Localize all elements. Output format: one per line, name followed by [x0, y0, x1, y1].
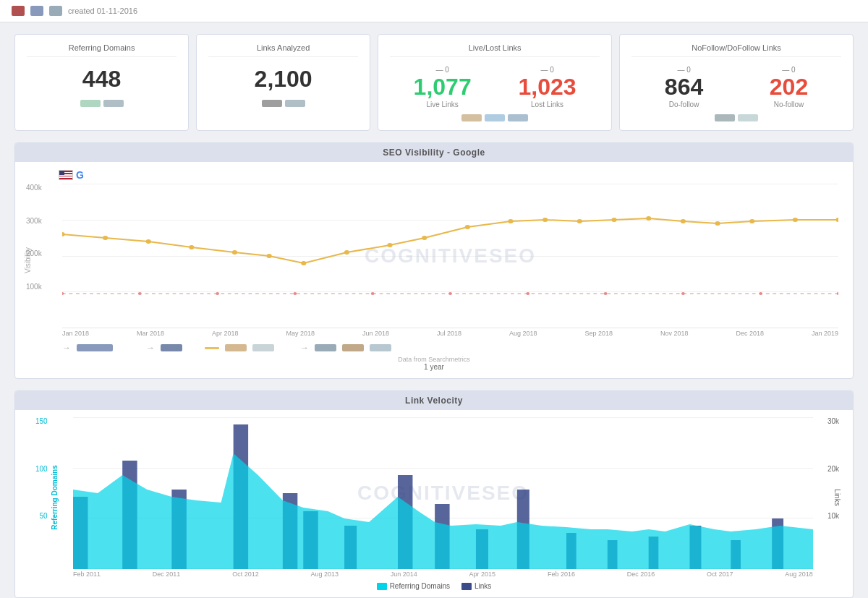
svg-point-25: [294, 292, 297, 295]
lv-legend: Referring Domains Links: [22, 582, 846, 590]
x-aug13: Aug 2013: [310, 571, 339, 578]
link-velocity-panel: Link Velocity Referring Domains Links 15…: [14, 390, 854, 598]
svg-point-5: [232, 250, 237, 255]
svg-point-26: [371, 292, 375, 295]
live-lost-title: Live/Lost Links: [390, 43, 600, 57]
seo-chart-svg-wrapper: COGNITIVESEO: [62, 184, 838, 328]
legend-swatch-1: [77, 344, 113, 351]
y-label-300k: 300k: [26, 217, 42, 225]
arrow-left-icon-3: →: [300, 343, 309, 353]
nofollow-label: No-follow: [770, 101, 808, 108]
seo-line-chart: [62, 184, 838, 328]
lv-domains-color: [377, 583, 387, 590]
swatch-nf-2: [738, 114, 758, 121]
legend-swatch-5: [315, 344, 336, 351]
time-range-label: 1 year: [22, 363, 846, 371]
y-label-400k: 400k: [26, 184, 42, 192]
svg-point-27: [448, 292, 452, 295]
svg-point-12: [508, 219, 513, 223]
x-label-apr18: Apr 2018: [212, 330, 239, 337]
nofollow-inner: — 0 864 Do-follow — 0 202 No-follow: [631, 66, 841, 108]
lost-delta: — 0: [519, 66, 576, 74]
lv-y-150: 150: [35, 417, 48, 425]
svg-point-14: [577, 219, 582, 223]
svg-point-1: [62, 232, 65, 236]
lv-x-axis: Feb 2011 Dec 2011 Oct 2012 Aug 2013 Jun …: [73, 571, 813, 578]
live-lost-swatches: [390, 114, 600, 121]
swatch-rd-2: [103, 100, 124, 107]
referring-domains-swatches: [27, 100, 176, 107]
y-label-200k: 200k: [26, 249, 42, 257]
svg-point-20: [793, 218, 798, 222]
lv-svg-chart: [73, 417, 813, 569]
links-analyzed-value: 2,100: [208, 66, 358, 93]
svg-point-10: [422, 236, 427, 240]
links-analyzed-card: Links Analyzed 2,100: [196, 34, 370, 131]
svg-point-18: [715, 221, 720, 226]
svg-point-21: [835, 218, 838, 222]
nofollow-section: — 0 202 No-follow: [770, 66, 808, 108]
x-label-jul18: Jul 2018: [437, 330, 461, 337]
x-oct12: Oct 2012: [232, 571, 259, 578]
svg-point-30: [681, 292, 685, 295]
svg-point-15: [611, 218, 616, 222]
nofollow-value: 202: [770, 74, 808, 101]
x-feb11: Feb 2011: [73, 571, 101, 578]
lost-label: Lost Links: [519, 101, 576, 108]
lv-y-axis-left: 150 100 50: [35, 417, 48, 560]
lv-yr-30k: 30k: [827, 417, 839, 425]
nofollow-title: NoFollow/DoFollow Links: [631, 43, 841, 57]
links-analyzed-swatches: [208, 100, 358, 107]
legend-swatch-3: [225, 344, 247, 351]
lv-links-label: Links: [475, 582, 491, 590]
arrow-left-icon: →: [62, 343, 71, 353]
main-content: Referring Domains 448 Links Analyzed 2,1…: [0, 22, 868, 598]
x-jun14: Jun 2014: [391, 571, 417, 578]
svg-point-24: [216, 292, 219, 295]
svg-point-19: [749, 219, 754, 223]
swatch-ll-3: [508, 114, 528, 121]
swatch-rd-1: [80, 100, 101, 107]
lv-y-100: 100: [35, 465, 48, 473]
svg-point-13: [542, 218, 548, 222]
svg-point-31: [759, 292, 762, 295]
swatch-la-1: [262, 100, 282, 107]
nofollow-delta: — 0: [770, 66, 808, 74]
lv-y-label-left: Referring Domains: [51, 465, 59, 529]
x-apr15: Apr 2015: [469, 571, 496, 578]
live-lost-card: Live/Lost Links — 0 1,077 Live Links — 0…: [378, 34, 612, 131]
live-delta: — 0: [414, 66, 472, 74]
x-label-nov18: Nov 2018: [660, 330, 689, 337]
svg-point-3: [146, 239, 151, 244]
swatch-ll-2: [485, 114, 505, 121]
x-label-jan19: Jan 2019: [812, 330, 838, 337]
x-label-dec18: Dec 2018: [736, 330, 764, 337]
svg-point-28: [526, 292, 529, 295]
seo-visibility-panel: SEO Visibility - Google G Visibility 400…: [14, 142, 854, 379]
google-icon: G: [76, 169, 84, 181]
swatch-la-2: [285, 100, 305, 107]
lost-value: 1,023: [519, 74, 576, 101]
stats-row: Referring Domains 448 Links Analyzed 2,1…: [14, 34, 854, 131]
y-label-100k: 100k: [26, 283, 42, 291]
swatch-2: [30, 6, 43, 16]
legend-line-gold: [205, 347, 219, 349]
lv-yr-20k: 20k: [827, 465, 839, 473]
live-section: — 0 1,077 Live Links: [414, 66, 472, 108]
seo-chart-footer: Data from Searchmetrics 1 year: [22, 356, 846, 371]
lv-domains-label: Referring Domains: [390, 582, 450, 590]
legend-swatch-2: [161, 344, 182, 351]
data-source-label: Data from Searchmetrics: [22, 356, 846, 363]
x-aug18: Aug 2018: [785, 571, 813, 578]
svg-point-17: [681, 219, 686, 223]
nofollow-swatches: [631, 114, 841, 121]
svg-point-16: [646, 216, 651, 221]
top-bar: created 01-11-2016: [0, 0, 868, 22]
x-label-jun18: Jun 2018: [362, 330, 389, 337]
dofollow-delta: — 0: [665, 66, 703, 74]
dofollow-value: 864: [665, 74, 703, 101]
x-feb16: Feb 2016: [548, 571, 575, 578]
x-label-jan18: Jan 2018: [62, 330, 89, 337]
x-label-sep18: Sep 2018: [584, 330, 613, 337]
legend-swatch-4: [252, 344, 274, 351]
